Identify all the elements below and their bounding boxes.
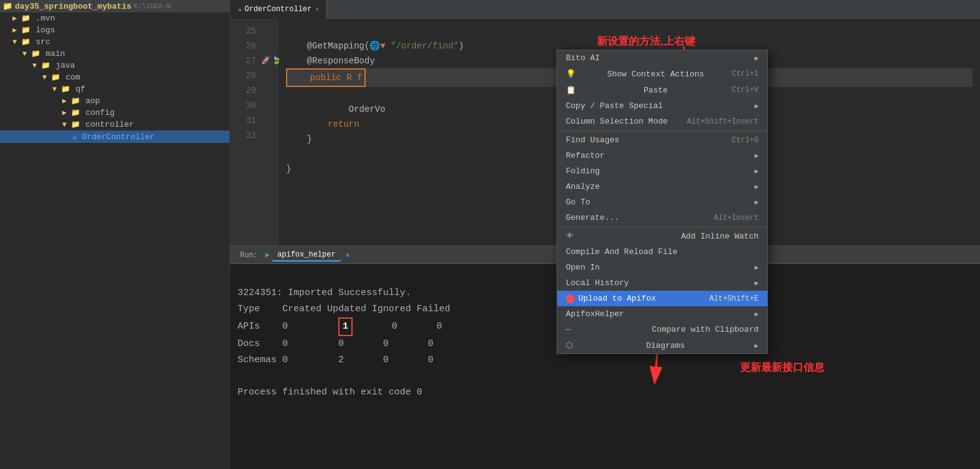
project-icon: 📁	[2, 1, 12, 11]
menu-item-apifox-helper[interactable]: ApifoxHelper ▶	[557, 306, 767, 322]
menu-item-generate[interactable]: Generate... Alt+Insert	[557, 210, 767, 225]
sidebar-label-qf: qf	[75, 84, 85, 94]
sidebar-label-ordercontroller: OrderController	[82, 132, 155, 142]
menu-item-compile-reload[interactable]: Compile And Reload File	[557, 244, 767, 260]
rocket-icon: 🚀	[261, 53, 270, 68]
menu-label-compare-clipboard: Compare with Clipboard	[652, 325, 759, 334]
sidebar-item-qf[interactable]: ▼ 📁 qf	[0, 83, 229, 95]
sidebar-item-src[interactable]: ▼ 📁 src	[0, 36, 229, 48]
tab-close-button[interactable]: ✕	[315, 6, 319, 13]
run-play-icon[interactable]: ▶	[266, 250, 270, 260]
project-root[interactable]: 📁 day35_springboot_mybatis E:\IDEA-W	[0, 0, 229, 12]
project-path: E:\IDEA-W	[134, 2, 170, 10]
sidebar-label-controller: controller	[85, 120, 134, 129]
sidebar-item-logs[interactable]: ▶ 📁 logs	[0, 24, 229, 36]
folder-icon-src: ▼ 📁	[12, 37, 30, 47]
shortcut-column-selection: Alt+Shift+Insert	[687, 117, 759, 126]
menu-label-copy-paste-special: Copy / Paste Special	[566, 101, 663, 111]
folder-icon-qf: ▼ 📁	[52, 84, 70, 94]
sidebar-item-aop[interactable]: ▶ 📁 aop	[0, 95, 229, 107]
menu-item-compare-clipboard[interactable]: ↔ Compare with Clipboard	[557, 322, 767, 337]
run-label: Run:	[235, 251, 263, 260]
sidebar-label-mvn: .mvn	[35, 14, 55, 23]
editor-tab-ordercontroller[interactable]: ☕ OrderController ✕	[230, 0, 327, 19]
menu-item-upload-apifox[interactable]: Upload to Apifox Alt+Shift+E	[557, 291, 767, 306]
submenu-arrow-bito: ▶	[754, 54, 759, 62]
menu-item-diagrams[interactable]: ⬡ Diagrams ▶	[557, 337, 767, 353]
menu-label-refactor: Refactor	[566, 151, 604, 160]
submenu-arrow-folding: ▶	[754, 167, 759, 175]
menu-label-local-history: Local History	[566, 278, 629, 288]
menu-label-apifox-helper: ApifoxHelper	[566, 309, 624, 319]
submenu-arrow-open-in: ▶	[754, 263, 759, 271]
menu-label-column-selection: Column Selection Mode	[566, 117, 668, 126]
menu-item-analyze[interactable]: Analyze ▶	[557, 179, 767, 194]
sidebar-label-config: config	[85, 108, 114, 117]
bulb-icon: 💡	[566, 69, 576, 79]
watch-icon: 👁	[566, 232, 574, 241]
submenu-arrow-local-history: ▶	[754, 279, 759, 287]
shortcut-upload-apifox: Alt+Shift+E	[710, 294, 759, 303]
menu-item-paste[interactable]: 📋 Paste Ctrl+V	[557, 82, 767, 98]
shortcut-context-actions: Ctrl+1	[732, 70, 759, 78]
menu-item-context-actions[interactable]: 💡 Show Context Actions Ctrl+1	[557, 66, 767, 82]
sidebar-label-java: java	[55, 61, 75, 70]
menu-item-column-selection[interactable]: Column Selection Mode Alt+Shift+Insert	[557, 114, 767, 129]
shortcut-generate: Alt+Insert	[714, 214, 759, 222]
menu-item-add-inline-watch[interactable]: 👁 Add Inline Watch	[557, 229, 767, 244]
shortcut-find-usages: Ctrl+G	[732, 136, 759, 145]
sidebar-item-config[interactable]: ▶ 📁 config	[0, 107, 229, 119]
sidebar-label-com: com	[65, 73, 80, 82]
sidebar: 📁 day35_springboot_mybatis E:\IDEA-W ▶ 📁…	[0, 0, 230, 469]
submenu-arrow-goto: ▶	[754, 198, 759, 206]
menu-item-find-usages[interactable]: Find Usages Ctrl+G	[557, 132, 767, 148]
menu-item-refactor[interactable]: Refactor ▶	[557, 148, 767, 163]
diagram-icon: ⬡	[566, 340, 573, 350]
menu-label-upload-apifox: Upload to Apifox	[578, 294, 656, 303]
shortcut-paste: Ctrl+V	[732, 86, 759, 94]
menu-item-open-in[interactable]: Open In ▶	[557, 260, 767, 275]
menu-label-goto: Go To	[566, 198, 590, 207]
console-line-5: Schemas 0 2 0 0	[238, 355, 433, 365]
folder-icon: ▶ 📁	[12, 14, 30, 23]
tab-file-icon: ☕	[238, 4, 242, 14]
menu-label-folding: Folding	[566, 166, 600, 176]
folder-icon-main: ▼ 📁	[22, 49, 40, 58]
console-line-3: APIs 0 1 0 0	[238, 321, 442, 332]
project-name: day35_springboot_mybatis	[15, 2, 131, 11]
submenu-arrow-diagrams: ▶	[754, 342, 759, 350]
sidebar-label-logs: logs	[35, 25, 55, 35]
tab-close-bottom[interactable]: ✕	[346, 251, 350, 259]
sidebar-item-mvn[interactable]: ▶ 📁 .mvn	[0, 12, 229, 24]
folder-icon-java: ▼ 📁	[32, 61, 50, 70]
context-menu: Bito AI ▶ 💡 Show Context Actions Ctrl+1 …	[557, 50, 768, 354]
sidebar-item-ordercontroller[interactable]: ☕ OrderController	[0, 130, 229, 143]
compare-icon: ↔	[566, 325, 571, 334]
highlighted-value: 1	[338, 317, 353, 336]
console-line-4: Docs 0 0 0 0	[238, 339, 433, 349]
sidebar-label-aop: aop	[85, 96, 99, 106]
sidebar-item-java[interactable]: ▼ 📁 java	[0, 60, 229, 71]
sidebar-item-com[interactable]: ▼ 📁 com	[0, 71, 229, 83]
ide-container: 📁 day35_springboot_mybatis E:\IDEA-W ▶ 📁…	[0, 0, 980, 469]
sidebar-label-main: main	[45, 49, 65, 58]
separator-2	[557, 227, 767, 227]
menu-item-folding[interactable]: Folding ▶	[557, 163, 767, 179]
menu-label-bito: Bito AI	[566, 53, 600, 63]
menu-item-copy-paste-special[interactable]: Copy / Paste Special ▶	[557, 98, 767, 114]
separator-1	[557, 130, 767, 131]
sidebar-item-main[interactable]: ▼ 📁 main	[0, 48, 229, 60]
menu-item-local-history[interactable]: Local History ▶	[557, 275, 767, 291]
submenu-arrow-refactor: ▶	[754, 152, 759, 160]
menu-item-goto[interactable]: Go To ▶	[557, 194, 767, 210]
apifox-brand-icon	[566, 294, 575, 303]
bottom-tab-apifox[interactable]: apifox_helper	[272, 249, 341, 262]
sidebar-item-controller[interactable]: ▼ 📁 controller	[0, 119, 229, 130]
sidebar-label-src: src	[35, 37, 50, 47]
menu-item-bito[interactable]: Bito AI ▶	[557, 50, 767, 66]
menu-label-diagrams: Diagrams	[646, 341, 685, 350]
bottom-tab-label: apifox_helper	[277, 250, 336, 259]
menu-label-context-actions: Show Context Actions	[607, 70, 704, 79]
folder-icon-com: ▼ 📁	[42, 73, 60, 82]
folder-icon-logs: ▶ 📁	[12, 25, 30, 35]
